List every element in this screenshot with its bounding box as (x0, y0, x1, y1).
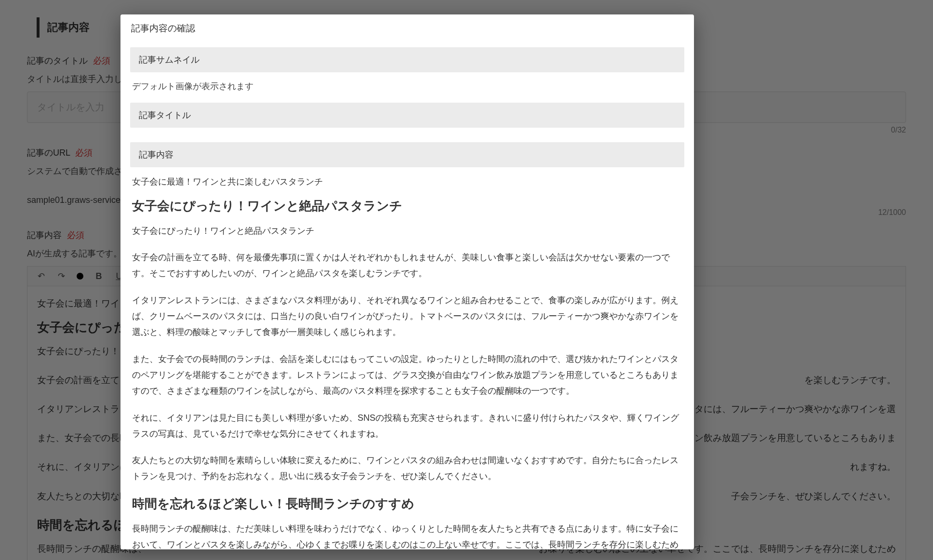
article-lead: 女子会に最適！ワインと共に楽しむパスタランチ (132, 174, 682, 190)
thumbnail-text: デフォルト画像が表示されます (130, 79, 684, 98)
modal-body[interactable]: 記事サムネイル デフォルト画像が表示されます 記事タイトル 記事内容 女子会に最… (120, 42, 694, 549)
article-p2: イタリアンレストランには、さまざまなパスタ料理があり、それぞれ異なるワインと組み… (132, 293, 682, 341)
section-thumbnail-label: 記事サムネイル (130, 47, 684, 72)
article-h2a: 女子会にぴったり！ワインと絶品パスタランチ (132, 198, 682, 214)
article-p3: また、女子会での長時間のランチは、会話を楽しむにはもってこいの設定。ゆったりとし… (132, 351, 682, 400)
confirm-modal: 記事内容の確認 記事サムネイル デフォルト画像が表示されます 記事タイトル 記事… (120, 14, 694, 549)
section-title-label: 記事タイトル (130, 103, 684, 128)
article-p0: 女子会にぴったり！ワインと絶品パスタランチ (132, 223, 682, 239)
section-content-label: 記事内容 (130, 142, 684, 167)
article-p1: 女子会の計画を立てる時、何を最優先事項に置くかは人それぞれかもしれませんが、美味… (132, 250, 682, 282)
modal-header: 記事内容の確認 (120, 14, 694, 42)
article-p4: それに、イタリアンは見た目にも美しい料理が多いため、SNSの投稿も充実させられま… (132, 410, 682, 442)
article-h2b: 時間を忘れるほど楽しい！長時間ランチのすすめ (132, 495, 682, 512)
article-p5: 友人たちとの大切な時間を素晴らしい体験に変えるために、ワインとパスタの組み合わせ… (132, 453, 682, 485)
article-body: 女子会に最適！ワインと共に楽しむパスタランチ 女子会にぴったり！ワインと絶品パス… (130, 174, 684, 549)
article-p6: 長時間ランチの醍醐味は、ただ美味しい料理を味わうだけでなく、ゆっくりとした時間を… (132, 521, 682, 549)
